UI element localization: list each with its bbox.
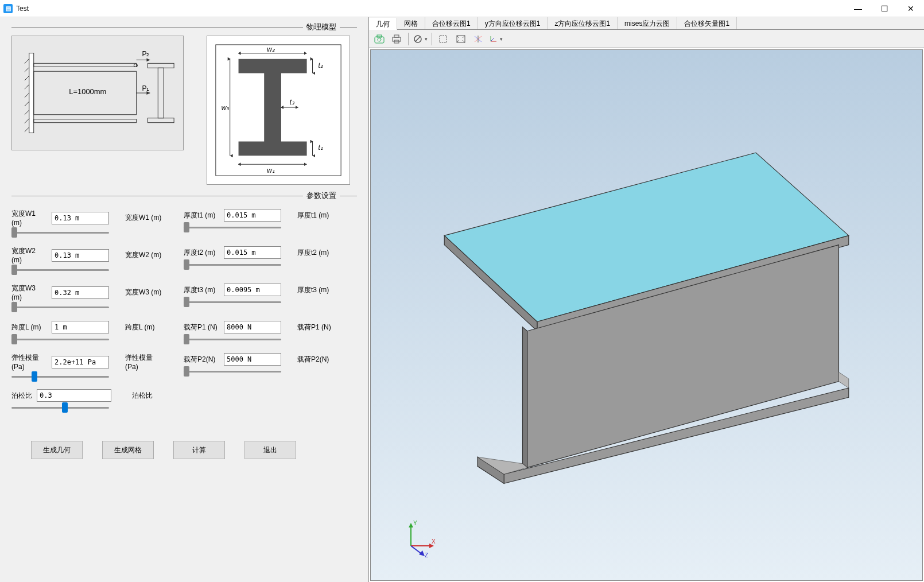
- input-P2[interactable]: [224, 353, 281, 366]
- window-title: Test: [16, 5, 29, 13]
- input-w1[interactable]: [52, 212, 109, 224]
- slider-t1[interactable]: [184, 226, 281, 229]
- section-title: 参数设置: [303, 191, 340, 201]
- param-label-w1: 宽度W1 (m): [11, 209, 47, 227]
- tab-mises[interactable]: mises应力云图: [618, 17, 677, 29]
- print-icon[interactable]: [389, 32, 405, 46]
- no-select-icon[interactable]: ▾: [412, 32, 428, 46]
- param-unit-t2: 厚度t2 (m): [297, 248, 337, 258]
- diagram-label-O: O: [134, 62, 138, 68]
- slider-nu[interactable]: [11, 406, 109, 409]
- svg-rect-15: [147, 118, 174, 123]
- svg-line-2: [25, 67, 29, 72]
- svg-point-32: [378, 38, 381, 41]
- zoom-selection-icon[interactable]: [470, 32, 486, 46]
- svg-text:t₂: t₂: [318, 61, 323, 69]
- param-label-w3: 宽度W3 (m): [11, 284, 47, 301]
- svg-text:t₃: t₃: [290, 98, 295, 106]
- tab-geometry[interactable]: 几何: [369, 18, 397, 30]
- input-w3[interactable]: [52, 286, 109, 299]
- exit-button[interactable]: 退出: [244, 441, 296, 459]
- generate-mesh-button[interactable]: 生成网格: [102, 441, 154, 459]
- slider-E[interactable]: [11, 375, 109, 378]
- view-tabs: 几何 网格 合位移云图1 y方向应位移云图1 z方向应位移云图1 mises应力…: [369, 17, 924, 30]
- input-E[interactable]: [52, 356, 109, 368]
- param-label-t2: 厚度t2 (m): [184, 248, 219, 258]
- slider-L[interactable]: [11, 337, 109, 341]
- slider-t2[interactable]: [184, 263, 281, 266]
- slider-P1[interactable]: [184, 337, 281, 341]
- section-header-param-settings: 参数设置: [11, 191, 357, 201]
- tab-disp-vector[interactable]: 合位移矢量图1: [677, 17, 737, 29]
- input-w2[interactable]: [52, 249, 109, 262]
- svg-line-7: [25, 110, 29, 115]
- diagram-label-P1: P₁: [142, 84, 149, 92]
- svg-line-6: [25, 102, 29, 106]
- minimize-button[interactable]: ―: [845, 0, 871, 17]
- svg-marker-56: [838, 372, 848, 388]
- svg-line-4: [25, 84, 29, 89]
- svg-marker-55: [523, 327, 527, 468]
- input-t3[interactable]: [224, 284, 281, 296]
- input-t1[interactable]: [224, 209, 281, 222]
- tab-y-disp[interactable]: y方向应位移云图1: [478, 17, 548, 29]
- view-toolbar: ▾ ▾: [369, 30, 924, 48]
- screenshot-icon[interactable]: [371, 32, 387, 46]
- svg-rect-12: [34, 119, 137, 123]
- param-unit-P1: 载荷P1 (N): [297, 323, 337, 332]
- svg-line-44: [463, 40, 465, 42]
- svg-line-41: [457, 36, 459, 38]
- svg-rect-13: [147, 63, 174, 68]
- svg-line-3: [25, 76, 29, 80]
- slider-w3[interactable]: [11, 305, 109, 309]
- input-L[interactable]: [52, 321, 109, 333]
- generate-geometry-button[interactable]: 生成几何: [31, 441, 83, 459]
- title-bar: ▤ Test ― ☐ ✕: [0, 0, 924, 17]
- svg-rect-10: [34, 63, 137, 67]
- close-button[interactable]: ✕: [898, 0, 924, 17]
- svg-text:w₁: w₁: [267, 166, 275, 174]
- input-P1[interactable]: [224, 321, 281, 333]
- svg-rect-39: [440, 36, 447, 42]
- param-unit-L: 跨度L (m): [125, 323, 165, 332]
- section-header-physical-model: 物理模型: [11, 22, 357, 32]
- param-unit-t3: 厚度t3 (m): [297, 285, 337, 295]
- svg-line-1: [25, 59, 29, 63]
- calculate-button[interactable]: 计算: [173, 441, 225, 459]
- axes-orientation-icon[interactable]: ▾: [487, 32, 503, 46]
- svg-text:w₃: w₃: [222, 104, 230, 112]
- zoom-window-icon[interactable]: [436, 32, 452, 46]
- param-label-w2: 宽度W2 (m): [11, 246, 47, 264]
- app-icon: ▤: [3, 4, 13, 13]
- right-panel: 几何 网格 合位移云图1 y方向应位移云图1 z方向应位移云图1 mises应力…: [368, 17, 924, 582]
- 3d-viewport[interactable]: Y X Z: [370, 49, 923, 581]
- tab-mesh[interactable]: 网格: [397, 17, 425, 29]
- tab-disp-contour[interactable]: 合位移云图1: [425, 17, 478, 29]
- param-label-P1: 载荷P1 (N): [184, 323, 219, 332]
- slider-P2[interactable]: [184, 370, 281, 373]
- svg-rect-35: [394, 35, 399, 37]
- beam-schematic: L=1000mm O P₂ P₁: [11, 36, 184, 150]
- slider-w1[interactable]: [11, 231, 109, 234]
- maximize-button[interactable]: ☐: [871, 0, 898, 17]
- left-panel: 物理模型: [0, 17, 368, 582]
- input-nu[interactable]: [37, 389, 111, 402]
- param-unit-w3: 宽度W3 (m): [125, 288, 165, 297]
- param-label-t3: 厚度t3 (m): [184, 285, 219, 295]
- input-t2[interactable]: [224, 246, 281, 259]
- param-label-L: 跨度L (m): [11, 323, 47, 332]
- svg-line-43: [457, 40, 459, 42]
- slider-w2[interactable]: [11, 268, 109, 271]
- zoom-extents-icon[interactable]: [453, 32, 469, 46]
- svg-line-9: [25, 127, 29, 132]
- param-label-t1: 厚度t1 (m): [184, 211, 219, 220]
- svg-text:Y: Y: [413, 520, 417, 526]
- param-unit-t1: 厚度t1 (m): [297, 211, 337, 220]
- diagram-label-P2: P₂: [142, 50, 149, 58]
- svg-rect-14: [158, 68, 164, 118]
- tab-z-disp[interactable]: z方向应位移云图1: [548, 17, 618, 29]
- slider-t3[interactable]: [184, 300, 281, 304]
- svg-text:t₁: t₁: [318, 143, 323, 152]
- ibeam-section-diagram: w₂ w₁ w₃ t₂ t₁ t₃: [207, 36, 350, 185]
- svg-marker-61: [409, 523, 413, 527]
